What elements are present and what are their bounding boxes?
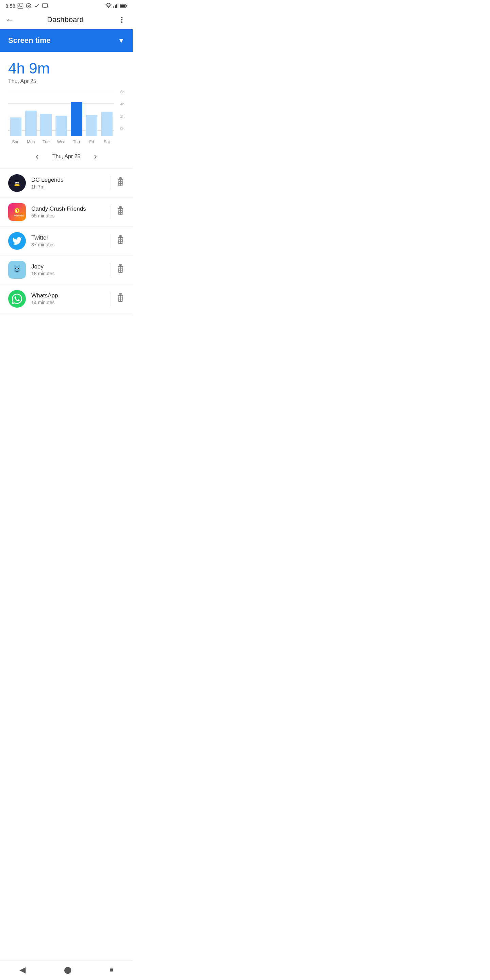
bar-mon xyxy=(25,111,37,136)
timer-icon[interactable] xyxy=(116,264,124,275)
prev-date-button[interactable]: ‹ xyxy=(36,151,39,162)
app-list-item[interactable]: Twitter 37 minutes xyxy=(0,227,133,256)
svg-point-1 xyxy=(19,5,20,5)
twitter-icon xyxy=(8,232,26,250)
vertical-divider xyxy=(111,234,111,248)
svg-text:FRIENDS: FRIENDS xyxy=(14,215,24,217)
bar-group-tue[interactable] xyxy=(38,114,54,136)
gallery-icon xyxy=(18,3,24,9)
svg-point-4 xyxy=(28,5,29,6)
svg-text:F: F xyxy=(16,209,18,213)
app-list-item[interactable]: WhatsApp 14 minutes xyxy=(0,285,133,313)
app-icon-twitter xyxy=(8,232,26,250)
whatsapp-icon xyxy=(8,290,26,308)
total-time-display: 4h 9m xyxy=(8,60,124,77)
total-date-label: Thu, Apr 25 xyxy=(8,78,124,84)
svg-point-41 xyxy=(14,265,16,268)
chart-y-labels: 6h 4h 2h 0h xyxy=(121,90,124,130)
vertical-divider xyxy=(111,292,111,305)
y-label-0h: 0h xyxy=(121,127,124,130)
battery-icon xyxy=(120,4,127,8)
day-label-thu: Thu xyxy=(69,140,84,144)
signal-icon xyxy=(113,3,118,8)
bar-group-mon[interactable] xyxy=(24,111,39,136)
status-right xyxy=(105,3,127,9)
chevron-down-icon: ▼ xyxy=(118,37,124,45)
screen-time-header[interactable]: Screen time ▼ xyxy=(0,29,133,52)
day-label-mon: Mon xyxy=(24,140,39,144)
app-list-item[interactable]: F FRIENDS Candy Crush Friends 55 minutes xyxy=(0,198,133,227)
app-name: DC Legends xyxy=(31,177,105,183)
wifi-icon xyxy=(105,3,111,9)
app-name: Joey xyxy=(31,263,105,270)
app-item-right xyxy=(111,176,124,190)
status-left: 8:58 xyxy=(5,3,48,9)
svg-rect-27 xyxy=(119,207,121,208)
app-list-item[interactable]: DC Legends 1h 7m xyxy=(0,169,133,198)
chart-container: 6h 4h 2h 0h SunMonTueWedThuFriSat xyxy=(8,90,124,144)
app-info: Twitter 37 minutes xyxy=(31,234,105,247)
app-item-right xyxy=(111,205,124,219)
dot3 xyxy=(121,21,123,23)
app-info: DC Legends 1h 7m xyxy=(31,177,105,189)
app-info: Candy Crush Friends 55 minutes xyxy=(31,205,105,218)
date-navigation: ‹ Thu, Apr 25 › xyxy=(0,144,133,169)
app-time: 14 minutes xyxy=(31,300,105,305)
app-info: WhatsApp 14 minutes xyxy=(31,292,105,305)
svg-rect-7 xyxy=(113,6,115,8)
y-label-4h: 4h xyxy=(121,102,124,106)
svg-rect-31 xyxy=(119,235,121,237)
bar-group-sun[interactable] xyxy=(8,118,24,136)
bar-chart: 6h 4h 2h 0h SunMonTueWedThuFriSat xyxy=(0,87,133,144)
status-time: 8:58 xyxy=(5,3,15,9)
total-time-section: 4h 9m Thu, Apr 25 xyxy=(0,52,133,87)
timer-icon[interactable] xyxy=(116,235,124,247)
bar-group-wed[interactable] xyxy=(54,116,69,136)
check-icon xyxy=(34,3,40,9)
page-title: Dashboard xyxy=(47,15,84,24)
bar-group-fri[interactable] xyxy=(84,115,99,136)
current-date-label: Thu, Apr 25 xyxy=(52,153,81,159)
day-label-fri: Fri xyxy=(84,140,99,144)
svg-point-42 xyxy=(18,265,20,268)
timer-icon[interactable] xyxy=(116,177,124,189)
status-bar: 8:58 xyxy=(0,0,133,11)
y-label-6h: 6h xyxy=(121,90,124,94)
app-list: DC Legends 1h 7m xyxy=(0,169,133,313)
bar-sat xyxy=(101,111,113,136)
bar-group-sat[interactable] xyxy=(99,111,115,136)
svg-point-6 xyxy=(108,7,109,8)
vertical-divider xyxy=(111,205,111,219)
svg-point-40 xyxy=(18,268,19,269)
app-info: Joey 18 minutes xyxy=(31,263,105,276)
app-list-item[interactable]: Joey 18 minutes xyxy=(0,256,133,285)
grid-line-6h xyxy=(8,90,115,90)
bar-tue xyxy=(40,114,52,136)
bar-group-thu[interactable] xyxy=(69,102,84,136)
svg-point-16 xyxy=(15,182,17,183)
bar-fri xyxy=(86,115,97,136)
app-item-right xyxy=(111,263,124,277)
vertical-divider xyxy=(111,176,111,190)
app-name: Twitter xyxy=(31,234,105,241)
svg-rect-10 xyxy=(118,3,118,8)
app-icon-dc xyxy=(8,174,26,192)
sound-icon xyxy=(25,3,32,9)
vertical-divider xyxy=(111,263,111,277)
back-button[interactable]: ← xyxy=(5,14,14,25)
screen-time-label: Screen time xyxy=(8,36,51,45)
next-date-button[interactable]: › xyxy=(94,151,97,162)
day-label-sun: Sun xyxy=(8,140,24,144)
more-menu-button[interactable] xyxy=(116,14,127,25)
timer-icon[interactable] xyxy=(116,293,124,305)
day-label-tue: Tue xyxy=(38,140,54,144)
timer-icon[interactable] xyxy=(116,206,124,218)
bar-thu xyxy=(71,102,82,136)
y-label-2h: 2h xyxy=(121,115,124,118)
svg-point-39 xyxy=(15,268,16,269)
app-time: 55 minutes xyxy=(31,213,105,218)
chart-x-labels: SunMonTueWedThuFriSat xyxy=(8,140,115,144)
app-icon-whatsapp xyxy=(8,290,26,308)
monitor-icon xyxy=(42,3,48,9)
svg-rect-8 xyxy=(115,5,116,8)
